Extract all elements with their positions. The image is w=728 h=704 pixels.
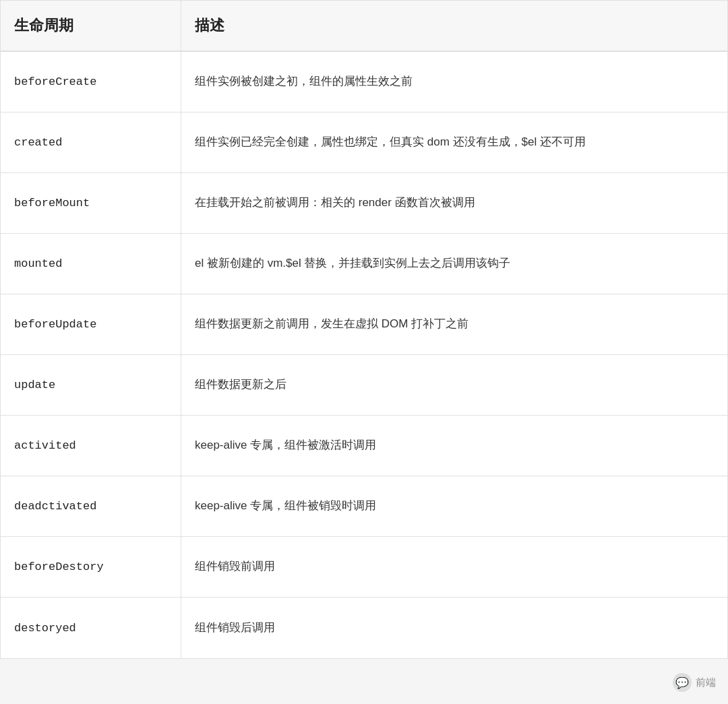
cell-desc-1: 组件实例已经完全创建，属性也绑定，但真实 dom 还没有生成，$el 还不可用 (181, 114, 727, 171)
cell-lifecycle-4: beforeUpdate (1, 294, 181, 354)
cell-desc-4: 组件数据更新之前调用，发生在虚拟 DOM 打补丁之前 (181, 296, 727, 353)
cell-desc-9: 组件销毁后调用 (181, 600, 727, 657)
cell-desc-5: 组件数据更新之后 (181, 356, 727, 414)
cell-desc-2: 在挂载开始之前被调用：相关的 render 函数首次被调用 (181, 174, 727, 232)
cell-lifecycle-8: beforeDestory (1, 537, 181, 597)
table-row: beforeUpdate组件数据更新之前调用，发生在虚拟 DOM 打补丁之前 (1, 294, 727, 355)
table-row: created组件实例已经完全创建，属性也绑定，但真实 dom 还没有生成，$e… (1, 113, 727, 173)
table-row: deadctivatedkeep-alive 专属，组件被销毁时调用 (1, 476, 727, 537)
table-row: destoryed组件销毁后调用 (1, 598, 727, 658)
cell-desc-7: keep-alive 专属，组件被销毁时调用 (181, 478, 727, 535)
table-row: activitedkeep-alive 专属，组件被激活时调用 (1, 416, 727, 476)
watermark: 💬 前端 (673, 673, 716, 692)
lifecycle-table: 生命周期 描述 beforeCreate组件实例被创建之初，组件的属性生效之前c… (0, 0, 728, 659)
cell-lifecycle-6: activited (1, 416, 181, 476)
cell-desc-6: keep-alive 专属，组件被激活时调用 (181, 417, 727, 474)
cell-lifecycle-7: deadctivated (1, 476, 181, 536)
cell-lifecycle-9: destoryed (1, 598, 181, 658)
table-header: 生命周期 描述 (1, 1, 727, 52)
cell-desc-3: el 被新创建的 vm.$el 替换，并挂载到实例上去之后调用该钩子 (181, 235, 727, 292)
cell-lifecycle-3: mounted (1, 234, 181, 294)
cell-lifecycle-5: update (1, 355, 181, 415)
watermark-text: 前端 (696, 676, 716, 689)
cell-desc-0: 组件实例被创建之初，组件的属性生效之前 (181, 53, 727, 110)
table-row: beforeDestory组件销毁前调用 (1, 537, 727, 598)
header-desc: 描述 (181, 1, 727, 51)
cell-lifecycle-0: beforeCreate (1, 52, 181, 112)
header-lifecycle: 生命周期 (1, 1, 181, 51)
table-row: mountedel 被新创建的 vm.$el 替换，并挂载到实例上去之后调用该钩… (1, 234, 727, 294)
cell-lifecycle-1: created (1, 113, 181, 172)
cell-desc-8: 组件销毁前调用 (181, 538, 727, 596)
table-row: update组件数据更新之后 (1, 355, 727, 416)
table-row: beforeMount在挂载开始之前被调用：相关的 render 函数首次被调用 (1, 173, 727, 234)
cell-lifecycle-2: beforeMount (1, 173, 181, 233)
watermark-icon: 💬 (673, 673, 692, 692)
table-body: beforeCreate组件实例被创建之初，组件的属性生效之前created组件… (1, 52, 727, 658)
table-row: beforeCreate组件实例被创建之初，组件的属性生效之前 (1, 52, 727, 113)
